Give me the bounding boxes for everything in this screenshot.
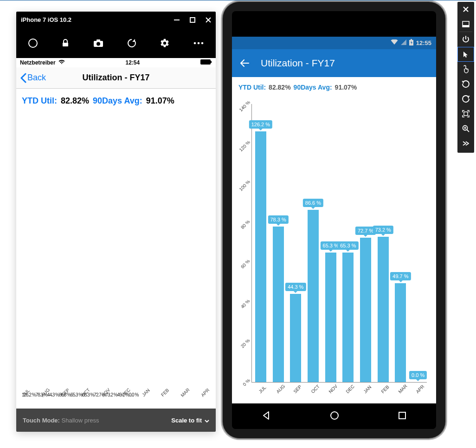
home-circle-button[interactable]	[28, 38, 38, 48]
chart-bar[interactable]	[325, 253, 336, 382]
chart-bar[interactable]	[360, 238, 371, 382]
power-button[interactable]	[457, 32, 474, 47]
chart-bar[interactable]	[378, 237, 389, 382]
avg90-value: 91.07%	[335, 84, 357, 91]
time-label: 12:55	[416, 39, 431, 46]
android-appbar: Utilization - FY17	[232, 49, 436, 77]
touch-mode[interactable]: Touch Mode: Shallow press	[23, 417, 99, 424]
chart-ytick: 120 %	[238, 139, 251, 152]
pointer-button[interactable]	[457, 47, 474, 62]
chart-xlabel: MAR	[180, 387, 191, 398]
ios-chart-xaxis: JULAUGSEPOCTNOVDECJANFEBMARAPR	[16, 390, 216, 409]
chart-bar[interactable]	[395, 283, 406, 382]
chart-xtick: OCT	[310, 384, 321, 395]
ios-back-button[interactable]: Back	[16, 73, 46, 83]
iphone-emulator-window: iPhone 7 iOS 10.2	[16, 12, 216, 432]
back-button-label: Back	[27, 73, 46, 83]
svg-point-8	[198, 42, 200, 44]
carrier-label: Netzbetreiber	[20, 59, 56, 66]
nav-home-button[interactable]	[329, 410, 340, 422]
chart-xlabel: NOV	[100, 387, 111, 398]
chart-bar-label: 0.0 %	[409, 371, 427, 379]
chart-bar-label: 49.7 %	[390, 272, 411, 280]
svg-point-6	[96, 42, 100, 45]
nav-back-button[interactable]	[261, 410, 271, 422]
close-button[interactable]	[457, 2, 474, 17]
android-back-button[interactable]	[239, 58, 250, 68]
chart-bar[interactable]	[308, 210, 319, 382]
chevron-down-icon	[205, 417, 209, 424]
chart-ytick: 20 %	[240, 338, 251, 349]
chart-xlabel: OCT	[80, 387, 91, 398]
ytd-util-label: YTD Util:	[238, 84, 266, 91]
rotate-ccw-button[interactable]	[457, 77, 474, 91]
chart-xlabel: JUL	[21, 388, 31, 397]
chart-bar[interactable]	[290, 294, 301, 382]
chart-xlabel: SEP	[60, 388, 71, 398]
svg-rect-15	[399, 412, 405, 419]
svg-point-7	[194, 42, 196, 44]
svg-point-14	[331, 412, 338, 419]
ytd-util-value: 82.82%	[269, 84, 290, 91]
expand-toolbar-button[interactable]	[457, 136, 474, 151]
touch-mode-value: Shallow press	[62, 417, 99, 424]
window-controls	[174, 17, 211, 23]
chart-xtick: AUG	[275, 383, 286, 394]
top-divider	[0, 0, 476, 0]
svg-point-2	[29, 39, 37, 47]
touch-button[interactable]	[457, 62, 474, 77]
chart-xlabel: AUG	[40, 387, 51, 398]
settings-button[interactable]	[160, 38, 170, 48]
svg-rect-0	[174, 19, 180, 20]
chart-bar-label: 65.3 %	[338, 241, 358, 250]
ytd-util-value: 82.82%	[61, 96, 89, 106]
svg-rect-1	[190, 18, 195, 22]
avg90-value: 91.07%	[146, 96, 174, 106]
android-chart: 0 %20 %40 %60 %80 %100 %120 %140 %126.2 …	[238, 99, 431, 401]
chart-xtick: NOV	[328, 383, 338, 394]
window-minimize-button[interactable]	[174, 17, 180, 23]
chart-xlabel: APR	[200, 387, 210, 397]
chart-bar-label: 44.3 %	[285, 283, 306, 291]
android-statusbar: 12:55	[232, 37, 436, 49]
minimize-button[interactable]	[457, 17, 474, 32]
ios-navbar: Back Utilization - FY17	[16, 67, 216, 89]
rotate-cw-button[interactable]	[457, 91, 474, 106]
chart-bar-label: 126.2 %	[249, 120, 272, 129]
chart-bar[interactable]	[342, 253, 354, 382]
chart-bar-label: 86.6 %	[303, 199, 323, 207]
emulator-footer: Touch Mode: Shallow press Scale to fit	[16, 409, 216, 432]
zoom-button[interactable]	[457, 121, 474, 136]
android-emulator-window: 12:55 Utilization - FY17 YTD Util: 82.82…	[223, 2, 445, 438]
android-page-title: Utilization - FY17	[261, 58, 335, 69]
svg-rect-11	[211, 61, 212, 63]
ios-summary-row: YTD Util: 82.82% 90Days Avg: 91.07%	[16, 89, 216, 113]
chart-bar-label: 73.2 %	[373, 226, 393, 234]
chart-ytick: 80 %	[240, 219, 251, 230]
svg-rect-17	[463, 25, 469, 27]
screenshot-button[interactable]	[93, 39, 103, 48]
chart-xlabel: JAN	[141, 388, 151, 397]
more-button[interactable]	[193, 41, 204, 45]
window-close-button[interactable]	[206, 17, 211, 23]
chart-ytick: 60 %	[240, 259, 251, 270]
chart-ytick: 40 %	[240, 298, 251, 309]
android-system-navbar	[232, 403, 436, 429]
svg-point-9	[201, 42, 204, 44]
window-maximize-button[interactable]	[190, 17, 195, 23]
android-summary-row: YTD Util: 82.82% 90Days Avg: 91.07%	[232, 77, 436, 96]
svg-rect-18	[464, 112, 468, 116]
fullscreen-button[interactable]	[457, 106, 474, 121]
lock-button[interactable]	[61, 39, 70, 48]
reload-button[interactable]	[127, 38, 137, 48]
scale-selector[interactable]: Scale to fit	[171, 417, 209, 424]
chart-xtick: JAN	[362, 384, 372, 394]
emulator-side-toolbar	[457, 2, 474, 153]
chart-xtick: FEB	[380, 384, 390, 395]
chart-xlabel: DEC	[121, 387, 131, 398]
chart-bar[interactable]	[255, 131, 266, 382]
ios-statusbar: Netzbetreiber 12:54	[16, 58, 216, 67]
svg-rect-13	[411, 39, 412, 40]
chart-bar[interactable]	[273, 227, 284, 382]
nav-recents-button[interactable]	[398, 411, 407, 422]
